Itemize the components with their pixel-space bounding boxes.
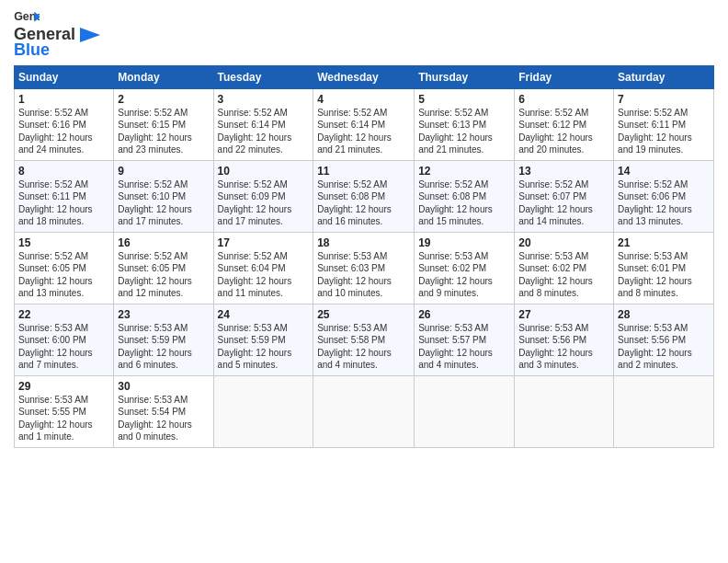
day-info: Sunrise: 5:52 AMSunset: 6:14 PMDaylight:… xyxy=(317,107,410,156)
day-info: Sunrise: 5:53 AMSunset: 5:57 PMDaylight:… xyxy=(418,322,510,372)
calendar-cell: 8Sunrise: 5:52 AMSunset: 6:11 PMDaylight… xyxy=(15,160,114,232)
day-number: 1 xyxy=(18,93,109,106)
day-number: 10 xyxy=(218,165,310,178)
day-info: Sunrise: 5:53 AMSunset: 6:01 PMDaylight:… xyxy=(618,250,710,300)
page: General General Blue SundayMondayTuesday… xyxy=(0,0,728,563)
day-number: 14 xyxy=(618,165,710,178)
day-info: Sunrise: 5:52 AMSunset: 6:11 PMDaylight:… xyxy=(18,178,109,228)
calendar-cell: 17Sunrise: 5:52 AMSunset: 6:04 PMDayligh… xyxy=(213,232,313,304)
week-row-5: 29Sunrise: 5:53 AMSunset: 5:55 PMDayligh… xyxy=(15,375,714,447)
day-info: Sunrise: 5:52 AMSunset: 6:05 PMDaylight:… xyxy=(18,250,109,300)
day-info: Sunrise: 5:52 AMSunset: 6:12 PMDaylight:… xyxy=(518,107,609,156)
day-number: 5 xyxy=(418,93,510,106)
day-info: Sunrise: 5:53 AMSunset: 6:02 PMDaylight:… xyxy=(418,250,510,300)
day-number: 12 xyxy=(418,165,510,178)
day-info: Sunrise: 5:52 AMSunset: 6:05 PMDaylight:… xyxy=(118,250,209,300)
week-row-2: 8Sunrise: 5:52 AMSunset: 6:11 PMDaylight… xyxy=(15,160,714,232)
day-info: Sunrise: 5:52 AMSunset: 6:15 PMDaylight:… xyxy=(118,107,209,156)
calendar-cell: 15Sunrise: 5:52 AMSunset: 6:05 PMDayligh… xyxy=(15,232,114,304)
day-number: 29 xyxy=(18,380,109,393)
week-row-4: 22Sunrise: 5:53 AMSunset: 6:00 PMDayligh… xyxy=(15,304,714,375)
calendar-cell: 26Sunrise: 5:53 AMSunset: 5:57 PMDayligh… xyxy=(415,304,515,375)
day-number: 21 xyxy=(618,236,710,249)
day-info: Sunrise: 5:53 AMSunset: 5:55 PMDaylight:… xyxy=(18,394,109,443)
header: General General Blue xyxy=(14,9,714,60)
calendar-cell: 2Sunrise: 5:52 AMSunset: 6:15 PMDaylight… xyxy=(114,88,213,160)
day-number: 9 xyxy=(118,165,209,178)
day-number: 16 xyxy=(118,236,209,249)
day-info: Sunrise: 5:53 AMSunset: 6:03 PMDaylight:… xyxy=(317,250,410,300)
calendar-cell: 7Sunrise: 5:52 AMSunset: 6:11 PMDaylight… xyxy=(614,88,714,160)
weekday-header-row: SundayMondayTuesdayWednesdayThursdayFrid… xyxy=(15,65,714,88)
logo-blue: Blue xyxy=(14,40,50,60)
calendar-cell xyxy=(515,375,614,447)
calendar-cell: 29Sunrise: 5:53 AMSunset: 5:55 PMDayligh… xyxy=(15,375,114,447)
day-number: 17 xyxy=(218,236,310,249)
calendar-cell: 21Sunrise: 5:53 AMSunset: 6:01 PMDayligh… xyxy=(614,232,714,304)
day-number: 8 xyxy=(18,165,109,178)
calendar-cell: 16Sunrise: 5:52 AMSunset: 6:05 PMDayligh… xyxy=(114,232,213,304)
day-info: Sunrise: 5:53 AMSunset: 5:54 PMDaylight:… xyxy=(118,394,209,443)
calendar-cell: 11Sunrise: 5:52 AMSunset: 6:08 PMDayligh… xyxy=(313,160,415,232)
day-number: 27 xyxy=(518,308,609,321)
day-info: Sunrise: 5:52 AMSunset: 6:08 PMDaylight:… xyxy=(418,178,510,228)
calendar-cell: 6Sunrise: 5:52 AMSunset: 6:12 PMDaylight… xyxy=(515,88,614,160)
day-number: 25 xyxy=(317,308,410,321)
day-number: 7 xyxy=(618,93,710,106)
calendar-cell xyxy=(213,375,313,447)
calendar-table: SundayMondayTuesdayWednesdayThursdayFrid… xyxy=(14,65,714,448)
calendar-cell: 27Sunrise: 5:53 AMSunset: 5:56 PMDayligh… xyxy=(515,304,614,375)
day-info: Sunrise: 5:53 AMSunset: 6:02 PMDaylight:… xyxy=(518,250,609,300)
weekday-header-sunday: Sunday xyxy=(15,65,114,88)
day-info: Sunrise: 5:53 AMSunset: 5:58 PMDaylight:… xyxy=(317,322,410,372)
calendar-cell xyxy=(614,375,714,447)
calendar-cell: 20Sunrise: 5:53 AMSunset: 6:02 PMDayligh… xyxy=(515,232,614,304)
calendar-cell: 4Sunrise: 5:52 AMSunset: 6:14 PMDaylight… xyxy=(313,88,415,160)
logo-icon: General xyxy=(14,9,40,26)
day-info: Sunrise: 5:52 AMSunset: 6:16 PMDaylight:… xyxy=(18,107,109,156)
calendar-cell: 9Sunrise: 5:52 AMSunset: 6:10 PMDaylight… xyxy=(114,160,213,232)
calendar-cell: 23Sunrise: 5:53 AMSunset: 5:59 PMDayligh… xyxy=(114,304,213,375)
calendar-cell: 13Sunrise: 5:52 AMSunset: 6:07 PMDayligh… xyxy=(515,160,614,232)
day-info: Sunrise: 5:52 AMSunset: 6:13 PMDaylight:… xyxy=(418,107,510,156)
day-info: Sunrise: 5:52 AMSunset: 6:07 PMDaylight:… xyxy=(518,178,609,228)
day-info: Sunrise: 5:52 AMSunset: 6:04 PMDaylight:… xyxy=(218,250,310,300)
day-number: 24 xyxy=(218,308,310,321)
weekday-header-tuesday: Tuesday xyxy=(213,65,313,88)
calendar-cell: 24Sunrise: 5:53 AMSunset: 5:59 PMDayligh… xyxy=(213,304,313,375)
day-info: Sunrise: 5:52 AMSunset: 6:11 PMDaylight:… xyxy=(618,107,710,156)
day-number: 15 xyxy=(18,236,109,249)
day-info: Sunrise: 5:52 AMSunset: 6:14 PMDaylight:… xyxy=(218,107,310,156)
day-number: 30 xyxy=(118,380,209,393)
calendar-cell: 1Sunrise: 5:52 AMSunset: 6:16 PMDaylight… xyxy=(15,88,114,160)
day-number: 26 xyxy=(418,308,510,321)
day-info: Sunrise: 5:53 AMSunset: 6:00 PMDaylight:… xyxy=(18,322,109,372)
calendar-cell xyxy=(415,375,515,447)
day-info: Sunrise: 5:53 AMSunset: 5:59 PMDaylight:… xyxy=(218,322,310,372)
weekday-header-saturday: Saturday xyxy=(614,65,714,88)
day-info: Sunrise: 5:52 AMSunset: 6:08 PMDaylight:… xyxy=(317,178,410,228)
calendar-cell: 22Sunrise: 5:53 AMSunset: 6:00 PMDayligh… xyxy=(15,304,114,375)
svg-marker-2 xyxy=(80,28,100,42)
calendar-cell: 10Sunrise: 5:52 AMSunset: 6:09 PMDayligh… xyxy=(213,160,313,232)
calendar-cell: 19Sunrise: 5:53 AMSunset: 6:02 PMDayligh… xyxy=(415,232,515,304)
calendar-cell: 25Sunrise: 5:53 AMSunset: 5:58 PMDayligh… xyxy=(313,304,415,375)
day-info: Sunrise: 5:52 AMSunset: 6:09 PMDaylight:… xyxy=(218,178,310,228)
weekday-header-wednesday: Wednesday xyxy=(313,65,415,88)
day-info: Sunrise: 5:52 AMSunset: 6:10 PMDaylight:… xyxy=(118,178,209,228)
day-info: Sunrise: 5:53 AMSunset: 5:56 PMDaylight:… xyxy=(518,322,609,372)
day-number: 18 xyxy=(317,236,410,249)
day-number: 13 xyxy=(518,165,609,178)
day-number: 3 xyxy=(218,93,310,106)
calendar-cell: 30Sunrise: 5:53 AMSunset: 5:54 PMDayligh… xyxy=(114,375,213,447)
weekday-header-friday: Friday xyxy=(515,65,614,88)
calendar-cell: 5Sunrise: 5:52 AMSunset: 6:13 PMDaylight… xyxy=(415,88,515,160)
calendar-cell: 12Sunrise: 5:52 AMSunset: 6:08 PMDayligh… xyxy=(415,160,515,232)
day-number: 11 xyxy=(317,165,410,178)
day-number: 4 xyxy=(317,93,410,106)
day-number: 2 xyxy=(118,93,209,106)
week-row-3: 15Sunrise: 5:52 AMSunset: 6:05 PMDayligh… xyxy=(15,232,714,304)
day-number: 28 xyxy=(618,308,710,321)
weekday-header-thursday: Thursday xyxy=(415,65,515,88)
calendar-cell: 18Sunrise: 5:53 AMSunset: 6:03 PMDayligh… xyxy=(313,232,415,304)
